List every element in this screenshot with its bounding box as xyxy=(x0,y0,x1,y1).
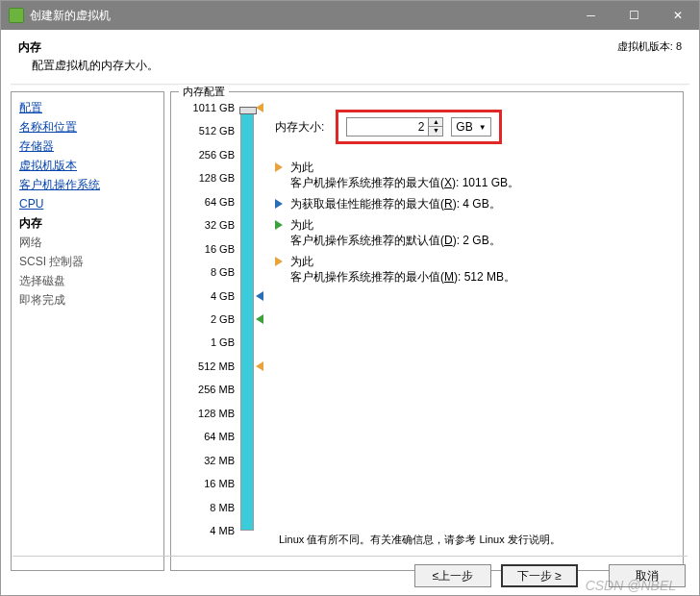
memory-size-label: 内存大小: xyxy=(275,119,324,136)
sidebar-item: SCSI 控制器 xyxy=(19,252,156,271)
recommendation-text: 为此客户机操作系统推荐的最小值(M): 512 MB。 xyxy=(290,254,515,285)
linux-note: Linux 值有所不同。有关准确信息，请参考 Linux 发行说明。 xyxy=(279,533,561,547)
page-subtitle: 配置虚拟机的内存大小。 xyxy=(18,58,159,74)
highlight-box: ▲ ▼ GB ▼ xyxy=(336,110,501,144)
recommendation-item: 为此客户机操作系统推荐的最小值(M): 512 MB。 xyxy=(275,254,673,285)
scale-tick-label: 256 GB xyxy=(185,149,235,161)
minimize-button[interactable]: ─ xyxy=(569,1,612,30)
scale-tick-label: 512 MB xyxy=(185,360,235,372)
recommendation-item: 为此客户机操作系统推荐的最大值(X): 1011 GB。 xyxy=(275,160,673,190)
app-icon xyxy=(9,8,24,23)
sidebar-item[interactable]: 虚拟机版本 xyxy=(19,156,156,175)
scale-tick-label: 1 GB xyxy=(185,336,235,348)
close-button[interactable]: ✕ xyxy=(656,1,699,30)
recommendation-text: 为此客户机操作系统推荐的最大值(X): 1011 GB。 xyxy=(290,160,519,190)
unit-value: GB xyxy=(456,120,472,134)
window-title: 创建新的虚拟机 xyxy=(30,8,569,24)
scale-tick-label: 16 GB xyxy=(185,243,235,255)
recommendation-item: 为获取最佳性能推荐的最大值(R): 4 GB。 xyxy=(275,196,673,211)
vm-wizard-window: 创建新的虚拟机 ─ ☐ ✕ 内存 配置虚拟机的内存大小。 虚拟机版本: 8 配置… xyxy=(0,0,700,596)
triangle-orange-icon xyxy=(275,257,283,266)
scale-tick-label: 64 MB xyxy=(185,431,235,442)
sidebar-item[interactable]: 存储器 xyxy=(19,137,156,156)
scale-tick-label: 2 GB xyxy=(185,313,235,325)
scale-tick-label: 256 MB xyxy=(185,384,235,395)
scale-tick-label: 16 MB xyxy=(185,478,235,489)
window-controls: ─ ☐ ✕ xyxy=(569,1,699,30)
wizard-steps-sidebar: 配置名称和位置存储器虚拟机版本客户机操作系统CPU内存网络SCSI 控制器选择磁… xyxy=(11,91,164,571)
vm-version-label: 虚拟机版本: 8 xyxy=(617,39,682,74)
memory-config-group: 内存配置 1011 GB512 GB256 GB128 GB64 GB32 GB… xyxy=(170,91,684,571)
triangle-blue-icon xyxy=(275,199,283,209)
sidebar-item[interactable]: 名称和位置 xyxy=(19,117,156,137)
page-header: 内存 配置虚拟机的内存大小。 虚拟机版本: 8 xyxy=(1,30,699,80)
scale-tick-label: 8 GB xyxy=(185,266,235,278)
titlebar: 创建新的虚拟机 ─ ☐ ✕ xyxy=(1,1,699,30)
scale-tick-label: 4 GB xyxy=(185,290,235,302)
sidebar-item: 即将完成 xyxy=(19,290,156,310)
sidebar-item: 内存 xyxy=(19,213,156,233)
scale-tick-label: 64 GB xyxy=(185,196,235,208)
recommendation-list: 为此客户机操作系统推荐的最大值(X): 1011 GB。为获取最佳性能推荐的最大… xyxy=(275,160,673,285)
back-button[interactable]: ≤上一步 xyxy=(414,564,491,587)
sidebar-item[interactable]: CPU xyxy=(19,194,156,213)
scale-tick-label: 4 MB xyxy=(185,525,235,536)
memory-size-input[interactable] xyxy=(346,117,429,137)
scale-tick-label: 1011 GB xyxy=(185,102,235,113)
scale-tick-label: 32 MB xyxy=(185,455,235,466)
recommendation-item: 为此客户机操作系统推荐的默认值(D): 2 GB。 xyxy=(275,217,673,248)
sidebar-item: 网络 xyxy=(19,233,156,252)
cancel-button[interactable]: 取消 xyxy=(609,564,686,587)
chevron-down-icon: ▼ xyxy=(479,123,487,132)
sidebar-item[interactable]: 客户机操作系统 xyxy=(19,175,156,194)
memory-unit-select[interactable]: GB ▼ xyxy=(451,117,490,137)
triangle-orange-icon xyxy=(275,162,283,172)
recommendation-text: 为获取最佳性能推荐的最大值(R): 4 GB。 xyxy=(290,196,501,211)
scale-tick-label: 32 GB xyxy=(185,219,235,231)
memory-scale: 1011 GB512 GB256 GB128 GB64 GB32 GB16 GB… xyxy=(181,104,254,536)
next-button[interactable]: 下一步 ≥ xyxy=(501,564,578,587)
maximize-button[interactable]: ☐ xyxy=(612,1,656,30)
scale-tick-label: 128 MB xyxy=(185,408,235,419)
wizard-footer: ≤上一步 下一步 ≥ 取消 xyxy=(414,564,686,587)
memory-slider[interactable] xyxy=(240,108,254,531)
scale-tick-label: 8 MB xyxy=(185,502,235,513)
page-title: 内存 xyxy=(18,39,159,58)
footer-divider xyxy=(12,556,688,557)
memory-right-column: 内存大小: ▲ ▼ GB ▼ xyxy=(254,104,673,562)
triangle-green-icon xyxy=(275,220,283,230)
sidebar-item[interactable]: 配置 xyxy=(19,98,156,117)
memory-size-spinner[interactable]: ▲ ▼ xyxy=(429,117,443,137)
spin-down-icon[interactable]: ▼ xyxy=(429,127,442,136)
sidebar-item: 选择磁盘 xyxy=(19,271,156,290)
spin-up-icon[interactable]: ▲ xyxy=(429,118,442,127)
scale-tick-label: 128 GB xyxy=(185,172,235,184)
recommendation-text: 为此客户机操作系统推荐的默认值(D): 2 GB。 xyxy=(290,217,501,248)
scale-tick-label: 512 GB xyxy=(185,125,235,137)
